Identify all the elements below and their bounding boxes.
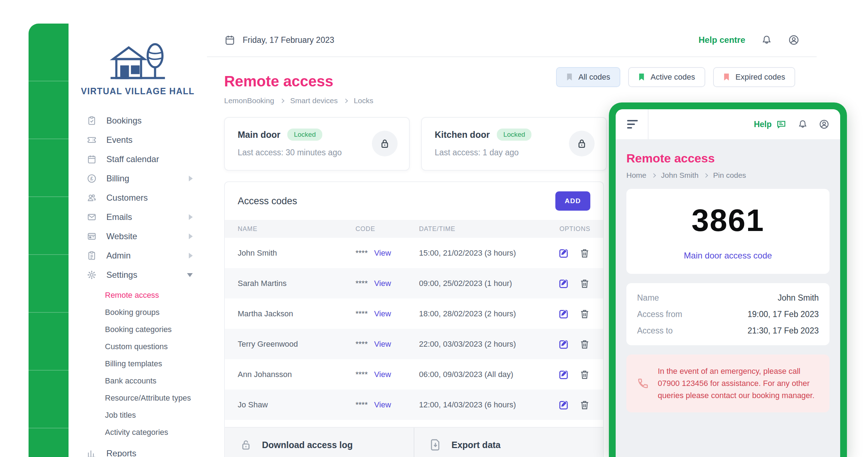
browser-icon bbox=[84, 231, 99, 241]
profile-icon[interactable] bbox=[788, 34, 799, 46]
filter-all-codes[interactable]: All codes bbox=[556, 67, 620, 87]
view-code-link[interactable]: View bbox=[374, 370, 391, 379]
delete-icon[interactable] bbox=[579, 369, 590, 380]
phone-topbar: Help bbox=[616, 109, 840, 139]
breadcrumb-item[interactable]: Pin codes bbox=[713, 171, 746, 180]
submenu-item-remote-access[interactable]: Remote access bbox=[69, 287, 207, 304]
sidebar-item-bookings[interactable]: Bookings bbox=[69, 111, 207, 130]
filter-active-codes[interactable]: Active codes bbox=[628, 67, 705, 87]
screen: VIRTUAL VILLAGE HALL Bookings Events Sta… bbox=[0, 0, 868, 457]
phone-handset-icon bbox=[636, 377, 649, 390]
download-access-log-button[interactable]: Download access log bbox=[225, 428, 414, 457]
clipboard-list-icon bbox=[84, 251, 99, 261]
column-header-options: OPTIONS bbox=[537, 225, 590, 233]
masked-code: **** bbox=[355, 279, 368, 288]
view-code-link[interactable]: View bbox=[374, 400, 391, 410]
sidebar-item-billing[interactable]: £ Billing bbox=[69, 169, 207, 188]
bell-icon[interactable] bbox=[797, 119, 808, 130]
submenu-item-resource-attribute-types[interactable]: Resource/Attribute types bbox=[69, 390, 207, 407]
row-name: John Smith bbox=[238, 248, 355, 258]
edit-icon[interactable] bbox=[558, 278, 570, 289]
view-code-link[interactable]: View bbox=[374, 340, 391, 349]
access-codes-panel: Access codes ADD NAME CODE DATE/TIME OPT… bbox=[224, 181, 604, 457]
menu-icon[interactable] bbox=[616, 109, 649, 139]
sidebar-item-events[interactable]: Events bbox=[69, 130, 207, 150]
edit-icon[interactable] bbox=[558, 338, 570, 350]
edit-icon[interactable] bbox=[558, 308, 570, 320]
sidebar: VIRTUAL VILLAGE HALL Bookings Events Sta… bbox=[69, 24, 207, 457]
delete-icon[interactable] bbox=[579, 278, 590, 289]
phone-breadcrumb: Home John Smith Pin codes bbox=[626, 171, 829, 180]
sidebar-item-website[interactable]: Website bbox=[69, 227, 207, 246]
delete-icon[interactable] bbox=[579, 399, 590, 411]
submenu-item-bank-accounts[interactable]: Bank accounts bbox=[69, 372, 207, 390]
sidebar-item-settings[interactable]: Settings bbox=[69, 265, 207, 285]
phone-page-title: Remote access bbox=[626, 151, 829, 165]
submenu-item-custom-questions[interactable]: Custom questions bbox=[69, 338, 207, 355]
customers-icon bbox=[84, 193, 99, 203]
access-codes-title: Access codes bbox=[238, 196, 297, 207]
breadcrumb-item[interactable]: Home bbox=[626, 171, 646, 180]
bell-icon[interactable] bbox=[761, 34, 772, 46]
sidebar-item-emails[interactable]: Emails bbox=[69, 207, 207, 227]
phone-content: Remote access Home John Smith Pin codes … bbox=[616, 139, 840, 425]
edit-icon[interactable] bbox=[558, 399, 570, 411]
row-name: Terry Greenwood bbox=[238, 340, 355, 349]
sidebar-item-admin[interactable]: Admin bbox=[69, 246, 207, 265]
last-access-text: Last access: 30 minutes ago bbox=[238, 148, 396, 157]
lock-toggle-button[interactable] bbox=[372, 131, 398, 156]
edit-icon[interactable] bbox=[558, 369, 570, 380]
sidebar-item-staff-calendar[interactable]: Staff calendar bbox=[69, 150, 207, 169]
village-hall-logo-icon bbox=[104, 39, 172, 82]
breadcrumb-item[interactable]: LemonBooking bbox=[224, 96, 274, 105]
sidebar-item-label: Customers bbox=[106, 193, 193, 203]
breadcrumb-item[interactable]: Smart devices bbox=[290, 96, 338, 105]
add-code-button[interactable]: ADD bbox=[555, 191, 590, 211]
submenu-item-booking-groups[interactable]: Booking groups bbox=[69, 304, 207, 321]
edit-icon[interactable] bbox=[558, 247, 570, 259]
chevron-down-icon bbox=[187, 273, 193, 277]
phone-help-link[interactable]: Help bbox=[754, 119, 787, 130]
delete-icon[interactable] bbox=[579, 247, 590, 259]
breadcrumb-item[interactable]: John Smith bbox=[661, 171, 698, 180]
sidebar-item-label: Staff calendar bbox=[106, 154, 193, 164]
delete-icon[interactable] bbox=[579, 308, 590, 320]
table-row: Terry Greenwood ****View 22:00, 03/03/20… bbox=[225, 329, 603, 359]
delete-icon[interactable] bbox=[579, 338, 590, 350]
table-row: Martha Jackson ****View 18:00, 28/02/202… bbox=[225, 298, 603, 329]
masked-code: **** bbox=[355, 400, 368, 410]
view-code-link[interactable]: View bbox=[374, 279, 391, 288]
profile-icon[interactable] bbox=[819, 119, 829, 130]
status-badge: Locked bbox=[497, 129, 531, 141]
gear-icon bbox=[84, 270, 99, 280]
lock-toggle-button[interactable] bbox=[569, 131, 595, 156]
filter-expired-codes[interactable]: Expired codes bbox=[713, 67, 795, 87]
breadcrumb-item[interactable]: Locks bbox=[354, 96, 373, 105]
sidebar-item-label: Billing bbox=[106, 174, 189, 184]
mobile-preview: Help Remote access Home John Smith Pin c… bbox=[609, 102, 847, 457]
chat-bubble-icon bbox=[776, 119, 787, 130]
pin-code-caption[interactable]: Main door access code bbox=[684, 251, 772, 261]
view-code-link[interactable]: View bbox=[374, 248, 391, 258]
help-centre-link[interactable]: Help centre bbox=[698, 35, 745, 45]
pound-circle-icon: £ bbox=[84, 174, 99, 184]
submenu-item-booking-categories[interactable]: Booking categories bbox=[69, 321, 207, 338]
view-code-link[interactable]: View bbox=[374, 309, 391, 318]
submenu-item-activity-categories[interactable]: Activity categories bbox=[69, 424, 207, 441]
detail-label: Name bbox=[637, 293, 659, 303]
table-row: Ann Johansson ****View 06:00, 09/03/2023… bbox=[225, 359, 603, 390]
sidebar-item-customers[interactable]: Customers bbox=[69, 188, 207, 207]
detail-row: Access to 21:30, 17 Feb 2023 bbox=[637, 322, 819, 339]
column-header-code: CODE bbox=[355, 225, 419, 233]
current-date: Friday, 17 February 2023 bbox=[224, 34, 334, 46]
detail-value: John Smith bbox=[778, 293, 819, 303]
export-data-button[interactable]: Export data bbox=[414, 428, 603, 457]
table-row: John Smith ****View 15:00, 21/02/2023 (3… bbox=[225, 238, 603, 268]
detail-label: Access to bbox=[637, 326, 673, 336]
submenu-item-job-titles[interactable]: Job titles bbox=[69, 407, 207, 424]
submenu-item-billing-templates[interactable]: Billing templates bbox=[69, 355, 207, 372]
sidebar-item-reports[interactable]: Reports bbox=[69, 444, 207, 457]
sidebar-item-label: Settings bbox=[106, 270, 187, 280]
detail-row: Access from 19:00, 17 Feb 2023 bbox=[637, 306, 819, 322]
lock-card-main-door: Main door Locked Last access: 30 minutes… bbox=[224, 117, 410, 171]
